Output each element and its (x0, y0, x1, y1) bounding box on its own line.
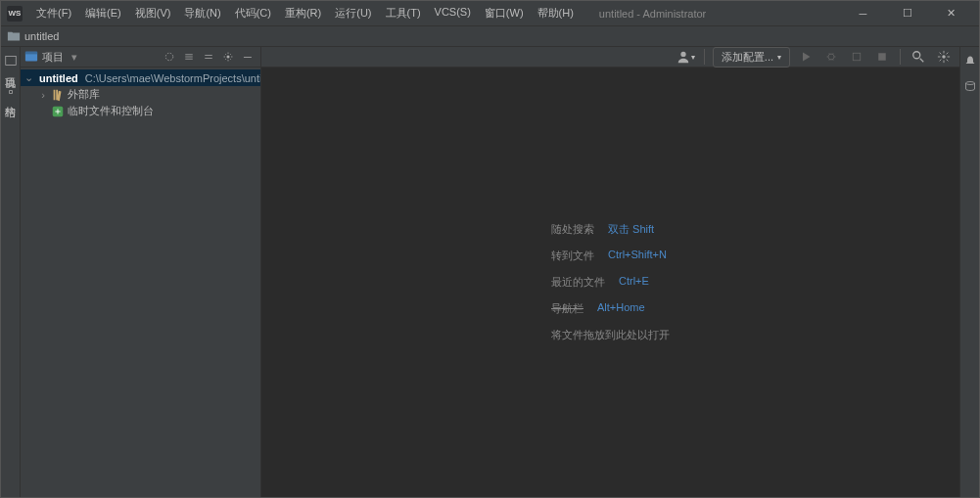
svg-rect-0 (5, 57, 16, 66)
chevron-down-icon[interactable]: ⌄ (24, 71, 33, 84)
project-panel-title: 项目 (42, 50, 64, 65)
chevron-down-icon: ▾ (71, 51, 77, 64)
svg-rect-2 (25, 52, 37, 55)
hint-shortcut: Alt+Home (597, 301, 645, 316)
menu-view[interactable]: 视图(V) (129, 3, 177, 23)
svg-point-4 (227, 56, 230, 59)
menu-navigate[interactable]: 导航(N) (178, 3, 226, 23)
editor-hints: 随处搜索 双击 Shift 转到文件 Ctrl+Shift+N 最近的文件 Ct… (551, 222, 670, 342)
menu-tools[interactable]: 工具(T) (380, 3, 427, 23)
toolbar-divider (704, 49, 705, 65)
hint-search-everywhere: 随处搜索 双击 Shift (551, 222, 670, 237)
select-opened-file-button[interactable] (161, 48, 178, 66)
svg-point-12 (965, 82, 974, 85)
hint-shortcut: Ctrl+Shift+N (608, 249, 667, 263)
tree-root-node[interactable]: ⌄ untitled C:\Users\mae\WebstormProjects… (21, 69, 260, 86)
notifications-button[interactable] (960, 51, 980, 70)
editor-area[interactable]: 随处搜索 双击 Shift 转到文件 Ctrl+Shift+N 最近的文件 Ct… (261, 68, 959, 497)
hint-label: 随处搜索 (551, 222, 594, 237)
app-logo: WS (7, 6, 23, 22)
hint-label: 导航栏 (551, 301, 583, 316)
tree-root-label: untitled (39, 72, 78, 84)
run-config-selector[interactable]: 添加配置...▾ (713, 47, 790, 68)
chevron-right-icon[interactable]: › (38, 89, 48, 101)
hint-shortcut: Ctrl+E (619, 275, 649, 290)
title-bar: WS 文件(F) 编辑(E) 视图(V) 导航(N) 代码(C) 重构(R) 运… (1, 1, 979, 26)
gutter-tab-database[interactable] (962, 76, 978, 96)
scratches-icon (51, 105, 65, 118)
tree-root-path: C:\Users\mae\WebstormProjects\untitled (85, 72, 260, 84)
menu-edit[interactable]: 编辑(E) (79, 3, 127, 23)
project-view-selector[interactable]: 项目 ▾ (24, 50, 77, 65)
breadcrumb-project[interactable]: untitled (24, 30, 59, 42)
minimize-button[interactable]: ─ (841, 1, 885, 26)
project-view-icon (24, 50, 38, 64)
hint-label: 最近的文件 (551, 275, 605, 290)
menu-file[interactable]: 文件(F) (30, 3, 77, 23)
svg-point-11 (942, 55, 946, 59)
hint-goto-file: 转到文件 Ctrl+Shift+N (551, 249, 670, 263)
maximize-button[interactable]: ☐ (885, 1, 929, 26)
svg-rect-8 (853, 53, 861, 61)
close-button[interactable]: ✕ (929, 1, 973, 26)
hint-label: 将文件拖放到此处以打开 (551, 328, 670, 342)
project-panel: 项目 ▾ ─ ⌄ untitled C:\Users\mae\WebstormP… (21, 47, 261, 497)
gutter-tab-structure[interactable]: 结构 (1, 79, 20, 102)
menu-refactor[interactable]: 重构(R) (279, 3, 327, 23)
project-panel-header: 项目 ▾ ─ (21, 47, 260, 68)
hint-recent-files: 最近的文件 Ctrl+E (551, 275, 670, 290)
hint-shortcut: 双击 Shift (608, 222, 654, 237)
gutter-tab-project[interactable]: 项目 (1, 51, 20, 73)
tree-scratches[interactable]: 临时文件和控制台 (21, 103, 260, 119)
main-toolbar: ▾ 添加配置...▾ (261, 47, 959, 68)
structure-icon (5, 83, 17, 95)
debug-button[interactable] (821, 47, 841, 67)
project-icon (5, 55, 17, 67)
left-tool-gutter: 项目 结构 (1, 47, 21, 497)
svg-point-3 (165, 53, 173, 61)
folder-icon (7, 29, 21, 43)
hint-drop-files: 将文件拖放到此处以打开 (551, 328, 670, 342)
expand-all-button[interactable] (180, 48, 198, 66)
svg-rect-9 (878, 53, 886, 61)
search-everywhere-button[interactable] (909, 47, 928, 67)
library-icon (51, 88, 65, 102)
svg-point-10 (913, 52, 920, 59)
tree-node-label: 外部库 (68, 87, 100, 102)
menu-code[interactable]: 代码(C) (229, 3, 277, 23)
hint-navbar: 导航栏 Alt+Home (551, 301, 670, 316)
collapse-all-button[interactable] (200, 48, 217, 66)
hide-panel-button[interactable]: ─ (239, 48, 257, 66)
svg-point-7 (828, 54, 834, 60)
stop-button[interactable] (872, 47, 892, 67)
run-button[interactable] (796, 47, 816, 67)
menu-help[interactable]: 帮助(H) (532, 3, 580, 23)
main-menu: 文件(F) 编辑(E) 视图(V) 导航(N) 代码(C) 重构(R) 运行(U… (30, 3, 580, 23)
menu-vcs[interactable]: VCS(S) (429, 3, 477, 23)
panel-settings-button[interactable] (219, 48, 237, 66)
tree-external-libraries[interactable]: › 外部库 (21, 86, 260, 103)
right-tool-gutter (959, 47, 979, 497)
menu-run[interactable]: 运行(U) (329, 3, 377, 23)
svg-point-6 (681, 52, 686, 57)
toolbar-divider (900, 49, 901, 65)
tree-node-label: 临时文件和控制台 (68, 104, 154, 118)
project-tree[interactable]: ⌄ untitled C:\Users\mae\WebstormProjects… (21, 68, 260, 497)
user-button[interactable]: ▾ (677, 47, 696, 67)
menu-window[interactable]: 窗口(W) (479, 3, 530, 23)
run-with-coverage-button[interactable] (847, 47, 866, 67)
window-title: untitled - Administrator (599, 8, 706, 20)
ide-settings-button[interactable] (934, 47, 954, 67)
breadcrumb-bar: untitled (1, 26, 979, 47)
hint-label: 转到文件 (551, 249, 594, 263)
